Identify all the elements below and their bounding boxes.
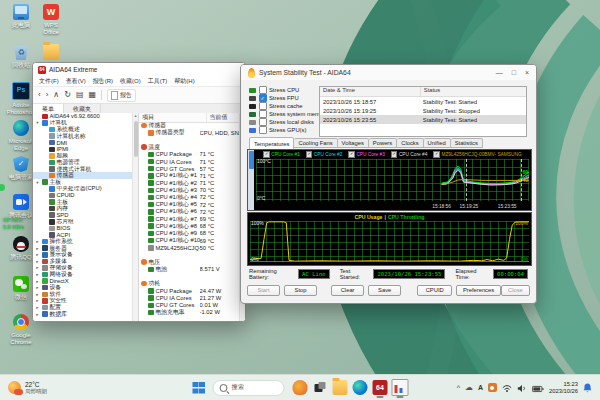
legend-checkbox[interactable]: ✓ [306,151,313,158]
tree-item[interactable]: ▸服务器 [33,245,133,252]
tree-item[interactable]: ▾计算机 [33,120,133,127]
log-row[interactable]: 2023/10/26 15:18:57Stability Test: Start… [320,97,526,106]
weather-widget[interactable]: 22°C 局部晴朗 [0,375,55,400]
save-button[interactable]: Save [368,285,401,296]
sst-titlebar[interactable]: System Stability Test - AIDA64 — □ × [241,65,536,80]
tree-item[interactable]: 芯片组 [33,219,133,226]
taskbar-stability-test-button[interactable] [392,377,409,398]
hidden-icons-chevron-icon[interactable]: ^ [457,384,460,391]
legend-checkbox[interactable]: ✓ [433,151,440,158]
tree-item[interactable]: ACPI [33,232,133,239]
taskbar-edge-button[interactable] [352,377,369,398]
tree-item[interactable]: SPD [33,212,133,219]
tree-expander[interactable]: ▸ [35,285,40,290]
sst-tab-cooling-fans[interactable]: Cooling Fans [294,138,337,148]
tree-item[interactable]: DMI [33,139,133,146]
toolbar-profile-icon[interactable]: ▤ [76,88,84,102]
close-button[interactable]: × [525,69,529,76]
tree-item[interactable]: CPUID [33,192,133,199]
log-col-datetime[interactable]: Date & Time [320,87,421,96]
tree-item[interactable]: ▸配置 [33,304,133,311]
tree-expander[interactable]: ▾ [35,180,40,185]
clear-button[interactable]: Clear [331,285,364,296]
volume-icon[interactable] [517,379,527,397]
tree-expander[interactable]: ▸ [35,272,40,277]
minimize-button[interactable]: — [496,69,503,76]
tree-item[interactable]: 超频 [33,153,133,160]
tree-expander[interactable]: ▸ [35,292,40,297]
tree-item[interactable]: 中央处理器(CPU) [33,186,133,193]
report-button[interactable]: 报告 [107,89,136,102]
notification-bell-icon[interactable] [583,379,592,397]
tree-item[interactable]: ▸网络设备 [33,271,133,278]
preferences-button[interactable]: Preferences [456,285,501,296]
stress-gpu-checkbox[interactable] [259,126,267,134]
tree-expander[interactable]: ▸ [35,312,40,317]
input-method-indicator[interactable]: A [478,384,483,391]
tree-item[interactable]: 主板 [33,199,133,206]
menu-item[interactable]: 帮助(H) [174,77,194,86]
log-row[interactable]: 2023/10/26 15:23:55Stability Test: Start… [320,115,526,124]
sst-tab-clocks[interactable]: Clocks [397,138,423,148]
sst-tab-powers[interactable]: Powers [369,138,397,148]
stop-button[interactable]: Stop [284,285,317,296]
values-item-row[interactable]: CPU IA Cores21.27 W [139,295,240,302]
tree-scrollbar[interactable]: ▲ [132,113,138,321]
menu-item[interactable]: 收藏(O) [120,77,141,86]
menu-item[interactable]: 报告(R) [93,77,113,86]
toolbar-chart-icon[interactable]: ▦ [88,88,96,102]
search-box[interactable]: 搜索 [213,380,285,396]
tree-item[interactable]: ▸存储设备 [33,265,133,272]
tree-expander[interactable]: ▸ [35,279,40,284]
tree-item[interactable]: 传感器 [33,172,133,179]
tree-expander[interactable]: ▾ [35,120,40,125]
tree-item[interactable]: ▸DirectX [33,278,133,285]
tree-item[interactable]: ▸软件 [33,291,133,298]
values-item-row[interactable]: 电池充电率-1.02 W [139,309,240,316]
tree-scrollbar-thumb[interactable] [134,121,138,157]
taskbar-aida64-button[interactable] [372,377,389,398]
battery-icon[interactable] [532,379,544,397]
legend-checkbox[interactable]: ✓ [348,151,355,158]
values-group-row[interactable]: 温度 [139,144,240,151]
security-tray-icon[interactable] [488,383,497,392]
wifi-icon[interactable] [502,379,512,397]
log-row[interactable]: 2023/10/26 15:19:25Stability Test: Stopp… [320,106,526,115]
clock[interactable]: 15:23 2023/10/26 [549,381,578,394]
sst-tab-statistics[interactable]: Statistics [451,138,483,148]
values-item-row[interactable]: MZ9L4256HCJQ-00BMV-SA...50 °C [139,244,240,251]
desktop-icon-folder[interactable] [36,44,66,62]
tree-expander[interactable]: ▸ [35,252,40,257]
menu-item[interactable]: 文件(F) [39,77,59,86]
tree-item[interactable]: 内存 [33,205,133,212]
tree-item[interactable]: IPMI [33,146,133,153]
stress-memory-checkbox[interactable] [259,110,267,118]
tree-expander[interactable]: ▸ [35,239,40,244]
tree-item[interactable]: ▸显示设备 [33,251,133,258]
values-item-row[interactable]: CPU Package24.47 W [139,287,240,294]
tree-item[interactable]: AIDA64 v6.92.6600 [33,113,133,120]
values-item-row[interactable]: 电池8.571 V [139,266,240,273]
taskbar-file-explorer-button[interactable] [332,377,349,398]
taskbar-task-view-button[interactable] [312,377,329,398]
tree-expander[interactable]: ▸ [35,259,40,264]
toolbar-back-icon[interactable]: ‹ [38,88,41,102]
values-item-row[interactable]: CPU IA Cores71 °C [139,158,240,165]
tree-item[interactable]: BIOS [33,225,133,232]
toolbar-forward-icon[interactable]: › [46,88,49,102]
column-value[interactable]: 当前值 [207,113,228,122]
tree-item[interactable]: ▸设备 [33,284,133,291]
onedrive-cloud-icon[interactable]: ☁ [465,383,473,392]
aida64-titlebar[interactable]: 64 AIDA64 Extreme [33,63,245,76]
tree-expander[interactable]: ▸ [35,305,40,310]
sst-tab-voltages[interactable]: Voltages [338,138,369,148]
desktop-icon-wps[interactable]: WPS Office [36,4,66,35]
taskbar-fox-button[interactable] [292,377,309,398]
values-item-row[interactable]: 传感器类型CPU, HDD, SNB [139,129,240,136]
toolbar-refresh-icon[interactable]: ↻ [64,88,71,102]
cpuid-button[interactable]: CPUID [417,285,452,296]
tree-expander[interactable]: ▸ [35,265,40,270]
tree-item[interactable]: ▾主板 [33,179,133,186]
maximize-button[interactable]: □ [512,69,516,76]
tree-item[interactable]: ▸操作系统 [33,238,133,245]
